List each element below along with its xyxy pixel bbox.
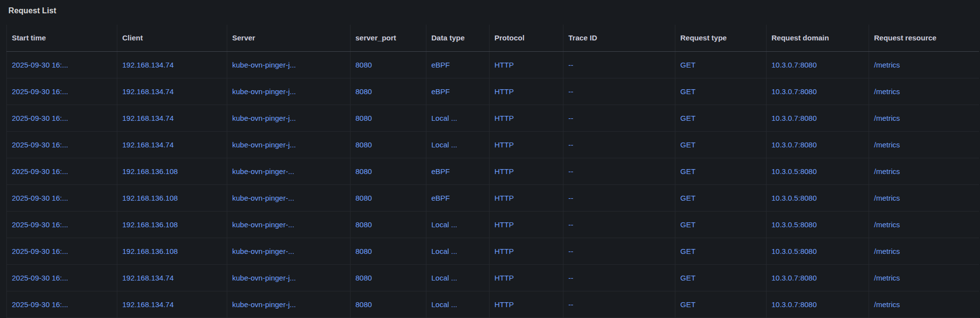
cell-trace-id[interactable]: -- [563, 291, 675, 318]
cell-data-type[interactable]: Local ... [426, 131, 490, 158]
cell-data-type[interactable]: eBPF [426, 78, 490, 105]
cell-protocol[interactable]: HTTP [490, 238, 563, 264]
cell-protocol[interactable]: HTTP [490, 131, 563, 158]
cell-start-time[interactable]: 2025-09-30 16:... [7, 211, 117, 238]
cell-trace-id[interactable]: -- [563, 78, 675, 105]
cell-trace-id[interactable]: -- [563, 184, 675, 211]
cell-client[interactable]: 192.168.134.74 [117, 291, 227, 318]
column-header-client[interactable]: Client [117, 25, 227, 51]
cell-request-resource[interactable]: /metrics [869, 211, 979, 238]
cell-data-type[interactable]: Local ... [426, 238, 490, 264]
cell-start-time[interactable]: 2025-09-30 16:... [7, 131, 117, 158]
cell-start-time[interactable]: 2025-09-30 16:... [7, 238, 117, 264]
cell-server-port[interactable]: 8080 [350, 238, 426, 264]
cell-protocol[interactable]: HTTP [490, 211, 563, 238]
cell-protocol[interactable]: HTTP [490, 264, 563, 291]
cell-server[interactable]: kube-ovn-pinger-j... [227, 105, 350, 131]
cell-request-resource[interactable]: /metrics [869, 78, 979, 105]
cell-server-port[interactable]: 8080 [350, 78, 426, 105]
column-header-server[interactable]: Server [227, 25, 350, 51]
column-header-request-resource[interactable]: Request resource [869, 25, 979, 51]
cell-data-type[interactable]: eBPF [426, 51, 490, 78]
cell-trace-id[interactable]: -- [563, 131, 675, 158]
cell-request-domain[interactable]: 10.3.0.5:8080 [767, 158, 869, 184]
cell-request-type[interactable]: GET [675, 158, 767, 184]
cell-start-time[interactable]: 2025-09-30 16:... [7, 78, 117, 105]
column-header-protocol[interactable]: Protocol [490, 25, 563, 51]
cell-trace-id[interactable]: -- [563, 211, 675, 238]
cell-request-type[interactable]: GET [675, 51, 767, 78]
cell-request-domain[interactable]: 10.3.0.5:8080 [767, 184, 869, 211]
cell-request-type[interactable]: GET [675, 211, 767, 238]
cell-data-type[interactable]: Local ... [426, 105, 490, 131]
column-header-server-port[interactable]: server_port [350, 25, 426, 51]
cell-client[interactable]: 192.168.136.108 [117, 211, 227, 238]
cell-client[interactable]: 192.168.134.74 [117, 131, 227, 158]
column-header-data-type[interactable]: Data type [426, 25, 490, 51]
cell-server-port[interactable]: 8080 [350, 51, 426, 78]
cell-start-time[interactable]: 2025-09-30 16:... [7, 51, 117, 78]
cell-data-type[interactable]: eBPF [426, 158, 490, 184]
cell-request-type[interactable]: GET [675, 238, 767, 264]
cell-request-type[interactable]: GET [675, 78, 767, 105]
cell-request-resource[interactable]: /metrics [869, 184, 979, 211]
cell-server[interactable]: kube-ovn-pinger-j... [227, 78, 350, 105]
cell-request-type[interactable]: GET [675, 184, 767, 211]
cell-request-domain[interactable]: 10.3.0.7:8080 [767, 51, 869, 78]
cell-client[interactable]: 192.168.134.74 [117, 105, 227, 131]
cell-request-resource[interactable]: /metrics [869, 105, 979, 131]
cell-start-time[interactable]: 2025-09-30 16:... [7, 184, 117, 211]
cell-server-port[interactable]: 8080 [350, 184, 426, 211]
cell-client[interactable]: 192.168.134.74 [117, 264, 227, 291]
cell-start-time[interactable]: 2025-09-30 16:... [7, 158, 117, 184]
cell-trace-id[interactable]: -- [563, 264, 675, 291]
cell-server[interactable]: kube-ovn-pinger-j... [227, 51, 350, 78]
column-header-request-domain[interactable]: Request domain [767, 25, 869, 51]
cell-trace-id[interactable]: -- [563, 51, 675, 78]
cell-client[interactable]: 192.168.136.108 [117, 238, 227, 264]
cell-request-domain[interactable]: 10.3.0.7:8080 [767, 264, 869, 291]
cell-trace-id[interactable]: -- [563, 158, 675, 184]
cell-request-resource[interactable]: /metrics [869, 291, 979, 318]
cell-protocol[interactable]: HTTP [490, 51, 563, 78]
cell-request-domain[interactable]: 10.3.0.5:8080 [767, 238, 869, 264]
cell-request-resource[interactable]: /metrics [869, 264, 979, 291]
column-header-request-type[interactable]: Request type [675, 25, 767, 51]
column-header-trace-id[interactable]: Trace ID [563, 25, 675, 51]
cell-server[interactable]: kube-ovn-pinger-j... [227, 291, 350, 318]
cell-protocol[interactable]: HTTP [490, 291, 563, 318]
cell-server-port[interactable]: 8080 [350, 291, 426, 318]
cell-data-type[interactable]: Local ... [426, 291, 490, 318]
cell-request-type[interactable]: GET [675, 131, 767, 158]
cell-server[interactable]: kube-ovn-pinger-... [227, 211, 350, 238]
cell-server[interactable]: kube-ovn-pinger-j... [227, 264, 350, 291]
cell-server-port[interactable]: 8080 [350, 105, 426, 131]
cell-request-resource[interactable]: /metrics [869, 131, 979, 158]
cell-server[interactable]: kube-ovn-pinger-... [227, 184, 350, 211]
cell-request-resource[interactable]: /metrics [869, 158, 979, 184]
cell-request-type[interactable]: GET [675, 264, 767, 291]
cell-request-domain[interactable]: 10.3.0.7:8080 [767, 78, 869, 105]
cell-client[interactable]: 192.168.134.74 [117, 78, 227, 105]
cell-request-domain[interactable]: 10.3.0.7:8080 [767, 291, 869, 318]
cell-request-type[interactable]: GET [675, 291, 767, 318]
panel-title[interactable]: Request List [8, 6, 56, 15]
cell-trace-id[interactable]: -- [563, 238, 675, 264]
cell-server-port[interactable]: 8080 [350, 131, 426, 158]
cell-request-domain[interactable]: 10.3.0.5:8080 [767, 211, 869, 238]
cell-client[interactable]: 192.168.136.108 [117, 184, 227, 211]
cell-protocol[interactable]: HTTP [490, 78, 563, 105]
cell-data-type[interactable]: Local ... [426, 264, 490, 291]
cell-trace-id[interactable]: -- [563, 105, 675, 131]
column-header-start-time[interactable]: Start time [7, 25, 117, 51]
cell-start-time[interactable]: 2025-09-30 16:... [7, 105, 117, 131]
cell-client[interactable]: 192.168.134.74 [117, 51, 227, 78]
cell-server[interactable]: kube-ovn-pinger-j... [227, 131, 350, 158]
cell-request-domain[interactable]: 10.3.0.7:8080 [767, 131, 869, 158]
cell-request-domain[interactable]: 10.3.0.7:8080 [767, 105, 869, 131]
cell-protocol[interactable]: HTTP [490, 184, 563, 211]
cell-data-type[interactable]: Local ... [426, 211, 490, 238]
cell-request-type[interactable]: GET [675, 105, 767, 131]
cell-data-type[interactable]: eBPF [426, 184, 490, 211]
cell-server-port[interactable]: 8080 [350, 264, 426, 291]
